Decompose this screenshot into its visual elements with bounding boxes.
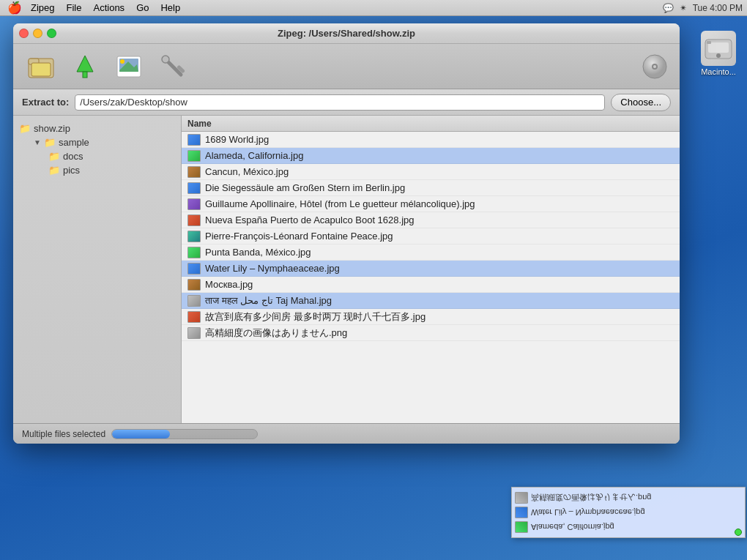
svg-point-18 — [653, 65, 656, 68]
close-button[interactable] — [19, 29, 29, 38]
file-thumbnail — [187, 198, 201, 210]
menu-go[interactable]: Go — [130, 0, 155, 16]
file-name: Die Siegessäule am Großen Stern im Berli… — [205, 182, 405, 193]
sidebar-item-showzip[interactable]: 📁 show.zip — [13, 122, 181, 135]
tooltip-row-3: Alameda, California.jpg — [515, 520, 742, 534]
svg-rect-8 — [83, 72, 87, 78]
table-row[interactable]: Punta Banda, México.jpg — [182, 244, 680, 261]
menu-file[interactable]: File — [61, 0, 88, 16]
svg-rect-6 — [31, 63, 51, 76]
minimize-button[interactable] — [33, 29, 42, 38]
sidebar-item-sample[interactable]: ▼ 📁 sample — [28, 135, 181, 149]
sidebar-sub-children: 📁 docs 📁 pics — [28, 149, 181, 177]
table-row[interactable]: Pierre-François-Léonard Fontaine Peace.j… — [182, 228, 680, 244]
table-row[interactable]: Alameda, California.jpg — [182, 148, 680, 164]
table-row[interactable]: 1689 World.jpg — [182, 132, 680, 148]
menu-zipeg[interactable]: Zipeg — [25, 0, 61, 16]
file-name: 1689 World.jpg — [205, 134, 269, 145]
tools-button[interactable] — [154, 48, 192, 86]
file-rows: 1689 World.jpgAlameda, California.jpgCan… — [182, 132, 680, 341]
folder-icon: 📁 — [44, 137, 56, 148]
desktop: Macinto... Zipeg: /Users/Shared/show.zip — [0, 16, 747, 560]
sidebar-item-label: show.zip — [34, 123, 70, 134]
extract-bar: Extract to: /Users/zak/Desktop/show Choo… — [13, 89, 680, 116]
file-list-container: Name 1689 World.jpgAlameda, California.j… — [182, 116, 680, 423]
desktop-icon-label: Macinto... — [701, 67, 736, 76]
file-thumbnail — [187, 134, 201, 146]
main-window: Zipeg: /Users/Shared/show.zip — [13, 23, 680, 444]
name-column-header: Name — [187, 119, 212, 129]
file-thumbnail — [187, 150, 201, 162]
file-thumbnail — [187, 263, 201, 275]
file-thumbnail — [187, 295, 201, 307]
svg-point-11 — [120, 59, 124, 64]
clock: Tue 4:00 PM — [693, 3, 743, 13]
file-thumbnail — [187, 311, 201, 323]
svg-point-2 — [716, 53, 721, 58]
sidebar: 📁 show.zip ▼ 📁 sample 📁 docs — [13, 116, 182, 423]
window-title: Zipeg: /Users/Shared/show.zip — [278, 28, 415, 39]
file-thumbnail — [187, 231, 201, 242]
table-row[interactable]: 高精細度の画像はありません.png — [182, 325, 680, 341]
file-thumbnail — [187, 279, 201, 291]
sidebar-item-label: docs — [63, 151, 83, 162]
file-name: ताज महल تاج محل Taj Mahal.jpg — [205, 295, 332, 307]
tooltip-text-3: Alameda, California.jpg — [531, 523, 614, 531]
file-name: Alameda, California.jpg — [205, 150, 303, 161]
table-row[interactable]: Guillaume Apollinaire, Hôtel (from Le gu… — [182, 196, 680, 212]
tooltip-thumb-1 — [515, 492, 528, 504]
file-name: Punta Banda, México.jpg — [205, 247, 311, 258]
file-name: Cancun, México.jpg — [205, 166, 289, 177]
folder-icon: 📁 — [19, 123, 31, 134]
tooltip-popup: 高精細度の画像はありません.png Water Lily – Nymphaeac… — [511, 487, 746, 538]
svg-rect-1 — [708, 42, 729, 53]
maximize-button[interactable] — [47, 29, 56, 38]
table-row[interactable]: Cancun, México.jpg — [182, 164, 680, 180]
menu-bar: 🍎 Zipeg File Actions Go Help 💬 ✴ Tue 4:0… — [0, 0, 747, 16]
hard-drive-icon — [701, 31, 736, 66]
menu-actions[interactable]: Actions — [87, 0, 130, 16]
preview-button[interactable] — [110, 48, 148, 86]
tooltip-row-1: 高精細度の画像はありません.png — [515, 490, 742, 505]
sidebar-item-pics[interactable]: 📁 pics — [42, 163, 181, 177]
tooltip-text-1: 高精細度の画像はありません.png — [531, 493, 651, 504]
status-text: Multiple files selected — [22, 429, 105, 439]
status-indicator — [735, 529, 742, 536]
file-name: 高精細度の画像はありません.png — [205, 326, 347, 340]
menu-help[interactable]: Help — [155, 0, 186, 16]
table-row[interactable]: ताज महल تاج محل Taj Mahal.jpg — [182, 293, 680, 309]
file-list-header: Name — [182, 116, 680, 132]
table-row[interactable]: Nueva España Puerto de Acapulco Boot 162… — [182, 212, 680, 228]
menu-right: 💬 ✴ Tue 4:00 PM — [663, 3, 743, 13]
desktop-icon-macintosh[interactable]: Macinto... — [693, 31, 744, 76]
extract-path-field[interactable]: /Users/zak/Desktop/show — [75, 94, 605, 111]
tooltip-row-2: Water Lily – Nymphaeaceae.jpg — [515, 505, 742, 520]
add-button[interactable] — [66, 48, 104, 86]
search-button[interactable] — [639, 51, 671, 83]
tooltip-thumb-3 — [515, 521, 528, 533]
table-row[interactable]: Москва.jpg — [182, 277, 680, 293]
svg-point-14 — [162, 56, 169, 63]
title-bar: Zipeg: /Users/Shared/show.zip — [13, 23, 680, 44]
folder-icon: 📁 — [48, 151, 60, 162]
file-name: Москва.jpg — [205, 279, 253, 290]
file-name: Nueva España Puerto de Acapulco Boot 162… — [205, 214, 415, 225]
choose-button[interactable]: Choose... — [611, 94, 671, 111]
bluetooth-icon[interactable]: ✴ — [680, 3, 687, 13]
extract-button[interactable] — [22, 48, 60, 86]
file-name: 故宫到底有多少间房 最多时两万 现时八千七百多.jpg — [205, 310, 425, 324]
tooltip-text-2: Water Lily – Nymphaeaceae.jpg — [531, 508, 645, 517]
sidebar-item-docs[interactable]: 📁 docs — [42, 149, 181, 163]
tooltip-thumb-2 — [515, 507, 528, 518]
table-row[interactable]: 故宫到底有多少间房 最多时两万 现时八千七百多.jpg — [182, 309, 680, 325]
chat-icon[interactable]: 💬 — [663, 3, 674, 13]
file-thumbnail — [187, 166, 201, 178]
toolbar — [13, 44, 680, 89]
file-thumbnail — [187, 182, 201, 194]
file-name: Water Lily – Nymphaeaceae.jpg — [205, 263, 340, 274]
expand-arrow: ▼ — [34, 138, 41, 146]
apple-menu[interactable]: 🍎 — [4, 0, 25, 16]
table-row[interactable]: Die Siegessäule am Großen Stern im Berli… — [182, 180, 680, 196]
progress-fill — [112, 430, 170, 438]
table-row[interactable]: Water Lily – Nymphaeaceae.jpg — [182, 261, 680, 277]
